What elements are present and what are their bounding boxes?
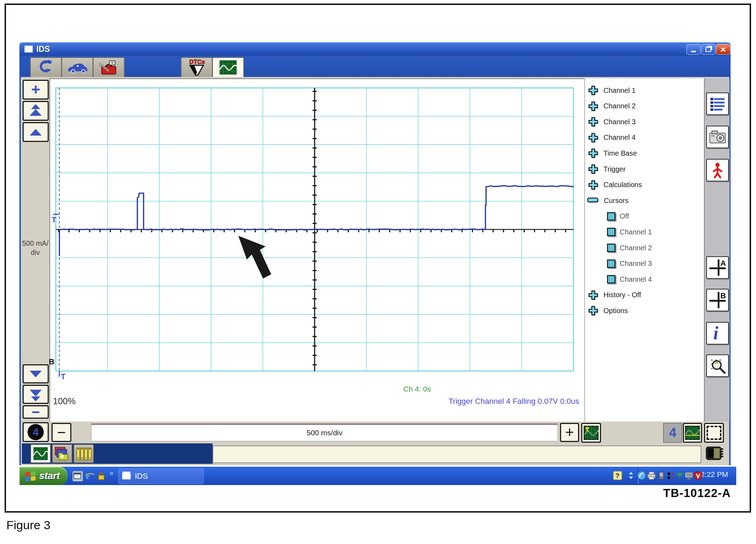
sidebar-item-trigger[interactable]: Trigger	[585, 162, 704, 176]
cursor-a-icon: A	[709, 259, 726, 276]
trigger-level-marker[interactable]: T	[52, 215, 56, 225]
top-toolbar	[21, 56, 729, 77]
process-dots-icon[interactable]	[666, 471, 675, 480]
zoom-percent-label: 100%	[53, 396, 76, 406]
quick-launch-browser-icon[interactable]: e	[85, 471, 95, 481]
sidebar-item-channel-2[interactable]: Channel 2	[585, 99, 704, 113]
move-trace-up-fast-button[interactable]	[23, 101, 49, 121]
sidebar-item-label: Channel 4	[620, 275, 652, 283]
sidebar-item-options[interactable]: Options	[585, 304, 704, 318]
start-button[interactable]: start	[19, 467, 67, 485]
quick-launch-security-icon[interactable]	[97, 471, 107, 481]
sidebar-item-history-off[interactable]: History - Off	[585, 288, 704, 302]
sidebar-item-channel-4[interactable]: Channel 4	[585, 272, 704, 286]
restore-button[interactable]	[701, 44, 715, 55]
cursor-a-button[interactable]: A	[706, 256, 729, 279]
active-channel-indicator[interactable]: 4	[663, 423, 682, 443]
sidebar-item-channel-2[interactable]: Channel 2	[585, 241, 704, 255]
move-trace-down-fast-button[interactable]	[23, 385, 49, 404]
windows-flag-icon	[24, 470, 36, 482]
taskbar-task-ids[interactable]: IDS	[118, 468, 204, 484]
svg-text:C: C	[85, 457, 87, 459]
tab-toolbox[interactable]	[93, 57, 125, 77]
oscilloscope-icon	[32, 446, 49, 461]
quick-launch-overflow[interactable]: »	[109, 469, 113, 477]
bottom-tab-oscilloscope[interactable]	[30, 444, 51, 463]
bottom-tab-sessions[interactable]	[52, 444, 72, 463]
antivirus-shield-icon[interactable]	[694, 471, 703, 480]
up-arrow-icon	[30, 129, 42, 136]
down-arrow-icon	[31, 396, 40, 401]
dashed-frame-icon	[707, 426, 721, 440]
bottom-b-marker: B	[49, 357, 54, 366]
amplitude-zoom-out-button[interactable]: −	[23, 405, 49, 419]
cursor-b-button[interactable]: B	[706, 289, 729, 311]
channel-screen-button[interactable]	[683, 423, 702, 443]
tab-vehicle[interactable]	[61, 57, 93, 77]
scope-settings-sidebar: Channel 1Channel 2Channel 3Channel 4Time…	[585, 78, 704, 422]
minus-expander-icon	[587, 197, 600, 204]
oscilloscope-plot[interactable]	[56, 88, 573, 371]
sidebar-item-channel-1[interactable]: Channel 1	[585, 83, 704, 97]
timebase-zoom-in-button[interactable]: +	[560, 423, 579, 442]
option-square-icon	[607, 275, 615, 283]
minimize-button[interactable]	[686, 44, 701, 55]
help-icon[interactable]: ?	[613, 471, 622, 480]
channel-list-button[interactable]	[706, 92, 729, 115]
sidebar-item-off[interactable]: Off	[585, 209, 704, 223]
media-icon[interactable]	[637, 471, 646, 480]
sidebar-item-channel-1[interactable]: Channel 1	[585, 225, 704, 239]
sidebar-item-label: Calculations	[603, 181, 642, 189]
sidebar-item-calculations[interactable]: Calculations	[585, 178, 704, 192]
driver-person-icon	[710, 162, 725, 178]
sidebar-item-label: Cursors	[604, 197, 629, 205]
sidebar-item-label: Channel 2	[603, 102, 636, 110]
sidebar-item-channel-3[interactable]: Channel 3	[585, 257, 704, 271]
window-title: IDS	[36, 44, 50, 54]
sidebar-item-label: History - Off	[603, 291, 641, 299]
wireless-icon[interactable]	[675, 471, 684, 480]
option-square-icon	[607, 244, 615, 252]
printer-icon[interactable]	[647, 471, 656, 480]
quick-launch-app-icon[interactable]	[72, 471, 83, 482]
task-label: IDS	[135, 472, 148, 481]
plus-expander-icon	[587, 305, 599, 317]
sidebar-item-cursors[interactable]: Cursors	[585, 193, 704, 208]
handheld-icon[interactable]	[657, 471, 666, 480]
display-icon[interactable]	[684, 471, 694, 480]
option-square-icon	[607, 212, 615, 221]
move-trace-down-button[interactable]	[23, 364, 49, 383]
sidebar-item-label: Options	[603, 307, 628, 315]
trigger-time-marker[interactable]: T	[61, 372, 65, 381]
move-trace-up-button[interactable]	[23, 122, 49, 142]
timebase-scale-bar[interactable]: 500 ms/div	[91, 424, 558, 441]
plus-expander-icon	[587, 179, 599, 191]
info-button[interactable]: i	[706, 322, 729, 345]
timebase-zoom-out-button[interactable]: −	[52, 423, 71, 442]
tab-back[interactable]	[30, 57, 62, 77]
sidebar-item-channel-4[interactable]: Channel 4	[585, 131, 704, 145]
sidebar-item-label: Trigger	[603, 165, 626, 173]
amplitude-zoom-in-button[interactable]: +	[23, 80, 49, 100]
trigger-screen-button[interactable]	[581, 423, 601, 443]
info-icon: i	[710, 324, 725, 342]
driver-access-button[interactable]	[706, 159, 729, 181]
channel-4-button[interactable]: 4	[23, 422, 49, 442]
snapshot-button[interactable]	[706, 126, 729, 148]
sidebar-item-channel-3[interactable]: Channel 3	[585, 115, 704, 129]
zoom-tool-icon	[709, 357, 726, 374]
annotation-pointer-arrow	[233, 231, 282, 284]
tab-oscilloscope[interactable]	[212, 57, 244, 77]
sidebar-item-label: Channel 3	[603, 118, 636, 126]
zoom-tool-button[interactable]	[706, 354, 729, 377]
svg-text:e: e	[86, 471, 90, 481]
folders-icon	[54, 446, 71, 461]
close-button[interactable]: ✕	[716, 44, 730, 55]
svg-text:B: B	[720, 291, 726, 300]
full-screen-button[interactable]	[704, 423, 724, 443]
sidebar-item-time-base[interactable]: Time Base	[585, 146, 704, 160]
tab-dtc[interactable]: DTCs	[181, 57, 213, 77]
show-hidden-icon[interactable]	[626, 471, 636, 480]
option-square-icon	[607, 259, 615, 268]
bottom-tab-manuals[interactable]: ABCD	[73, 444, 94, 463]
